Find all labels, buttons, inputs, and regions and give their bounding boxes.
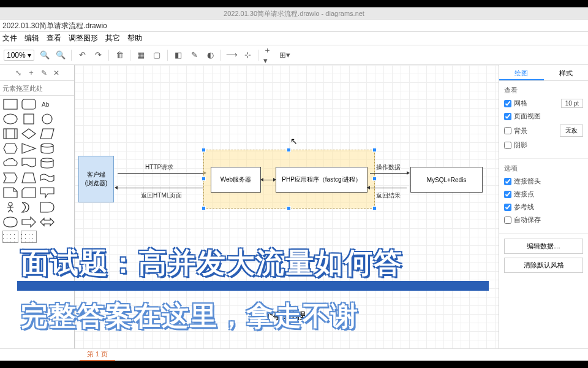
shape-trapezoid[interactable] bbox=[21, 172, 37, 184]
menu-view[interactable]: 查看 bbox=[47, 33, 61, 44]
add-shape-icon[interactable]: ＋ bbox=[28, 67, 35, 78]
shape-cylinder2[interactable] bbox=[39, 157, 55, 169]
shape-parallelogram[interactable] bbox=[39, 128, 55, 140]
svg-point-3 bbox=[4, 114, 17, 124]
shape-document[interactable] bbox=[21, 157, 37, 169]
label-html-response: 返回HTML页面 bbox=[141, 191, 182, 200]
delete-icon[interactable]: 🗑 bbox=[114, 50, 125, 61]
waypoint-icon[interactable]: ⊹ bbox=[242, 50, 253, 61]
insert-icon[interactable]: ＋▾ bbox=[263, 50, 274, 61]
edge-http-request[interactable] bbox=[118, 173, 203, 174]
caption-divider bbox=[17, 281, 489, 291]
shape-text[interactable]: Ab bbox=[39, 98, 55, 110]
close-panel-icon[interactable]: ✕ bbox=[53, 69, 59, 77]
menu-adjust[interactable]: 调整图形 bbox=[69, 33, 98, 44]
chk-page-view[interactable] bbox=[504, 113, 511, 120]
shape-ellipse[interactable] bbox=[2, 113, 18, 125]
btn-clear-style[interactable]: 清除默认风格 bbox=[504, 258, 583, 273]
shape-hatch[interactable] bbox=[2, 231, 18, 243]
menu-other[interactable]: 其它 bbox=[105, 33, 120, 44]
edit-shape-icon[interactable]: ✎ bbox=[41, 69, 47, 77]
file-name: 2022.01.30简单请求流程.drawio bbox=[0, 20, 588, 32]
shape-process[interactable] bbox=[2, 128, 18, 140]
shape-data[interactable] bbox=[2, 216, 18, 228]
shape-drop-hint[interactable] bbox=[2, 85, 72, 92]
shape-square[interactable] bbox=[21, 113, 37, 125]
toolbar: 100% ▾ 🔍 🔍 ↶ ↷ 🗑 ▦ ▢ ◧ ✎ ◐ ⟶ ⊹ ＋▾ ⊞▾ bbox=[0, 45, 588, 65]
shape-or[interactable] bbox=[21, 201, 37, 213]
section-view-title: 查看 bbox=[504, 86, 583, 95]
shape-cylinder[interactable] bbox=[39, 142, 55, 155]
table-icon[interactable]: ⊞▾ bbox=[279, 50, 290, 61]
shape-tape[interactable] bbox=[39, 172, 55, 184]
btn-reset[interactable]: 无改 bbox=[560, 125, 583, 137]
shape-rounded[interactable] bbox=[21, 98, 37, 110]
node-client[interactable]: 客户端 (浏览器) bbox=[78, 156, 114, 202]
edge-web-php[interactable] bbox=[263, 180, 273, 180]
chk-grid[interactable] bbox=[504, 100, 511, 107]
grid-size[interactable]: 10 pt bbox=[561, 99, 583, 108]
shape-arrow-r[interactable] bbox=[21, 216, 37, 228]
edge-db-op[interactable] bbox=[370, 173, 407, 174]
svg-text:Ab: Ab bbox=[42, 101, 50, 108]
svg-point-10 bbox=[9, 202, 12, 206]
fill-color-icon[interactable]: ◧ bbox=[173, 50, 184, 61]
shape-circle[interactable] bbox=[39, 113, 55, 125]
shape-callout[interactable] bbox=[39, 186, 55, 199]
edge-html-response[interactable] bbox=[118, 188, 203, 188]
node-web-server[interactable]: Web服务器 bbox=[211, 167, 261, 193]
tab-style[interactable]: 样式 bbox=[544, 65, 589, 80]
page-tab-1[interactable]: 第 1 页 bbox=[80, 348, 115, 361]
edge-db-result[interactable] bbox=[370, 188, 407, 188]
redo-icon[interactable]: ↷ bbox=[92, 50, 104, 61]
connection-icon[interactable]: ⟶ bbox=[226, 50, 237, 61]
shadow-icon[interactable]: ◐ bbox=[205, 50, 216, 61]
chk-conn-points[interactable] bbox=[504, 191, 511, 198]
to-back-icon[interactable]: ▢ bbox=[151, 50, 162, 61]
zoom-out-icon[interactable]: 🔍 bbox=[55, 50, 66, 61]
menu-file[interactable]: 文件 bbox=[2, 33, 17, 44]
chk-conn-arrows[interactable] bbox=[504, 178, 511, 185]
shape-hatch2[interactable] bbox=[21, 231, 37, 243]
node-php-app[interactable]: PHP应用程序（fastcgi进程） bbox=[276, 167, 368, 193]
chk-guides[interactable] bbox=[504, 204, 511, 211]
to-front-icon[interactable]: ▦ bbox=[135, 50, 146, 61]
zoom-in-icon[interactable]: 🔍 bbox=[39, 50, 50, 61]
line-color-icon[interactable]: ✎ bbox=[189, 50, 200, 61]
svg-rect-4 bbox=[24, 114, 34, 124]
chk-shadow[interactable] bbox=[504, 142, 511, 149]
shape-diamond[interactable] bbox=[21, 128, 37, 140]
shape-step[interactable] bbox=[2, 172, 18, 184]
svg-point-5 bbox=[42, 114, 52, 124]
menu-edit[interactable]: 编辑 bbox=[24, 33, 39, 44]
shape-rect[interactable] bbox=[2, 98, 18, 110]
page-tab-bar: 第 1 页 bbox=[0, 348, 588, 361]
shape-hexagon[interactable] bbox=[2, 142, 18, 155]
node-database[interactable]: MySQL+Redis bbox=[410, 167, 483, 193]
undo-icon[interactable]: ↶ bbox=[77, 50, 88, 61]
collapse-icon[interactable]: ⤡ bbox=[15, 69, 21, 77]
shape-triangle[interactable] bbox=[21, 142, 37, 155]
tab-diagram[interactable]: 绘图 bbox=[499, 65, 544, 80]
shape-arrow-lr[interactable] bbox=[39, 216, 55, 228]
right-tabs: 绘图 样式 bbox=[499, 65, 588, 81]
menu-help[interactable]: 帮助 bbox=[127, 33, 142, 44]
label-db-op: 操作数据 bbox=[376, 163, 401, 172]
chk-autosave[interactable] bbox=[504, 217, 511, 224]
chk-background[interactable] bbox=[504, 127, 511, 134]
svg-rect-6 bbox=[4, 129, 17, 139]
shape-actor[interactable] bbox=[2, 201, 18, 213]
cursor-icon: ↖ bbox=[290, 136, 298, 146]
shape-cloud[interactable] bbox=[2, 157, 18, 169]
label-db-result: 返回结果 bbox=[376, 191, 401, 200]
svg-rect-0 bbox=[4, 99, 17, 109]
shape-card[interactable] bbox=[21, 186, 37, 199]
label-http-request: HTTP请求 bbox=[145, 163, 173, 172]
menu-bar: 文件 编辑 查看 调整图形 其它 帮助 bbox=[0, 32, 588, 45]
caption-line-2: 完整答案在这里，拿走不谢 bbox=[21, 298, 359, 334]
shape-note[interactable] bbox=[2, 186, 18, 199]
btn-edit-data[interactable]: 编辑数据… bbox=[504, 239, 583, 254]
caption-line-1: 面试题：高并发大流量如何答 bbox=[21, 244, 403, 282]
zoom-selector[interactable]: 100% ▾ bbox=[4, 50, 34, 61]
shape-and[interactable] bbox=[39, 201, 55, 213]
